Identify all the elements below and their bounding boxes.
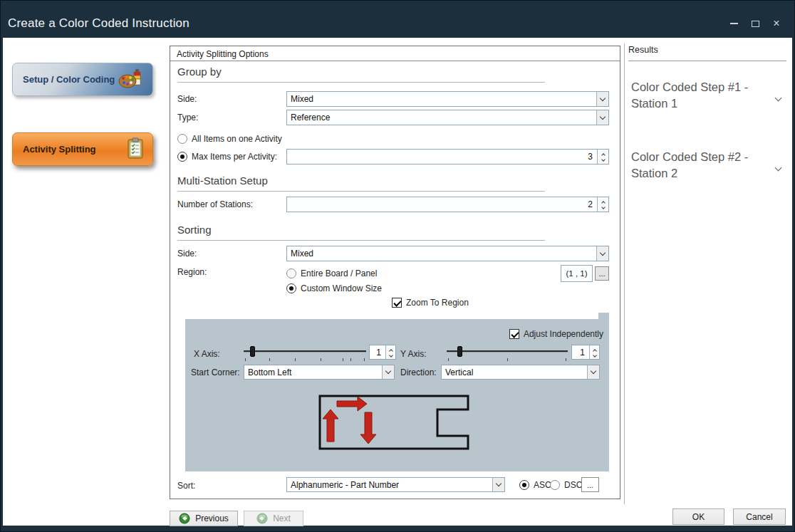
start-corner-label: Start Corner:: [191, 367, 240, 377]
result-item-label: Color Coded Step #2 - Station 2: [631, 149, 768, 182]
x-axis-input[interactable]: 1: [369, 345, 396, 360]
group-by-type-select[interactable]: Reference: [286, 110, 609, 125]
asc-radio[interactable]: ASC: [519, 479, 551, 491]
direction-value: Vertical: [442, 367, 587, 377]
y-axis-input[interactable]: 1: [571, 345, 600, 360]
sort-label: Sort:: [177, 481, 195, 491]
radio-icon: [177, 134, 187, 144]
custom-window-panel: Adjust Independently X Axis: 1: [185, 319, 609, 471]
asc-label: ASC: [534, 480, 551, 490]
slider-track: [447, 350, 568, 353]
result-item-step2[interactable]: Color Coded Step #2 - Station 2: [631, 149, 786, 182]
ok-button-label: OK: [692, 512, 705, 522]
adjust-independently-label: Adjust Independently: [524, 329, 603, 339]
custom-window-label: Custom Window Size: [301, 283, 382, 293]
chevron-down-icon[interactable]: [492, 478, 504, 491]
activity-splitting-options-groupbox: Activity Splitting Options Group by Side…: [170, 46, 620, 499]
ok-button[interactable]: OK: [672, 508, 724, 525]
sort-select[interactable]: Alphanumeric - Part Number: [286, 477, 505, 492]
chevron-down-icon[interactable]: [776, 160, 781, 173]
entire-board-label: Entire Board / Panel: [301, 268, 377, 278]
green-circle-left-arrow-icon: [179, 513, 190, 524]
cancel-button[interactable]: Cancel: [733, 508, 786, 525]
group-by-side-select[interactable]: Mixed: [286, 91, 609, 107]
up-arrow-icon: [323, 410, 338, 442]
results-divider: [628, 61, 786, 61]
sort-more-button[interactable]: ...: [581, 477, 599, 492]
window-controls: ×: [729, 16, 781, 31]
results-separator: [624, 43, 625, 504]
previous-button[interactable]: Previous: [170, 511, 238, 526]
chevron-down-icon[interactable]: [596, 246, 608, 261]
dsc-radio[interactable]: DSC: [550, 479, 582, 491]
spinner-icon[interactable]: [589, 345, 599, 359]
all-items-radio[interactable]: All Items on one Activity: [177, 132, 282, 145]
result-item-label: Color Coded Step #1 - Station 1: [631, 79, 768, 112]
groupbox-title: Activity Splitting Options: [170, 46, 620, 61]
dialog-window: Create a Color Coded Instruction × Setup…: [0, 0, 795, 532]
sidebar-item-label: Setup / Color Coding: [23, 74, 115, 85]
number-of-stations-label: Number of Stations:: [177, 199, 253, 209]
region-coordinate-value[interactable]: (1 , 1): [561, 265, 593, 282]
results-title: Results: [628, 45, 658, 55]
chevron-down-icon[interactable]: [776, 90, 781, 103]
panel-tab: [598, 313, 609, 319]
chevron-down-icon[interactable]: [596, 110, 608, 125]
group-by-side-value: Mixed: [287, 94, 596, 104]
sort-value: Alphanumeric - Part Number: [287, 480, 492, 490]
slider-track: [244, 350, 366, 353]
type-label: Type:: [177, 113, 198, 122]
region-browse-button[interactable]: ...: [595, 266, 609, 281]
board-direction-diagram: [318, 395, 469, 453]
x-axis-label: X Axis:: [194, 349, 220, 359]
sidebar-item-activity-splitting[interactable]: Activity Splitting: [12, 132, 153, 166]
next-button-label: Next: [273, 513, 291, 523]
clipboard-checklist-icon: [127, 137, 144, 161]
down-arrow-icon: [360, 412, 376, 444]
start-corner-select[interactable]: Bottom Left: [244, 365, 395, 380]
chevron-down-icon[interactable]: [382, 365, 394, 379]
x-axis-slider[interactable]: [244, 345, 366, 362]
y-axis-value: 1: [572, 345, 589, 359]
spinner-icon[interactable]: [385, 345, 395, 359]
result-item-step1[interactable]: Color Coded Step #1 - Station 1: [631, 79, 786, 112]
chevron-down-icon[interactable]: [596, 92, 608, 106]
direction-select[interactable]: Vertical: [441, 365, 600, 380]
checkbox-icon: [509, 329, 519, 339]
radio-icon: [286, 268, 296, 278]
spinner-icon[interactable]: [597, 150, 608, 164]
maximize-icon[interactable]: [750, 18, 760, 29]
y-axis-slider[interactable]: [447, 345, 568, 362]
region-label: Region:: [177, 267, 207, 277]
max-items-radio[interactable]: Max Items per Activity:: [177, 149, 277, 165]
chevron-down-icon[interactable]: [587, 365, 599, 379]
dialog-content: Setup / Color Coding: [3, 38, 792, 526]
entire-board-radio[interactable]: Entire Board / Panel: [286, 267, 377, 280]
spinner-icon[interactable]: [597, 197, 608, 212]
radio-icon: [519, 480, 529, 490]
start-corner-value: Bottom Left: [244, 367, 382, 377]
multi-station-heading: Multi-Station Setup: [177, 174, 545, 192]
sorting-side-select[interactable]: Mixed: [286, 246, 609, 261]
sidebar-item-setup-color-coding[interactable]: Setup / Color Coding: [12, 63, 153, 96]
max-items-input[interactable]: 3: [286, 149, 609, 165]
window-title: Create a Color Coded Instruction: [8, 16, 189, 31]
group-by-heading: Group by: [177, 66, 545, 83]
sidebar-item-label: Activity Splitting: [23, 144, 96, 155]
sorting-side-label: Side:: [177, 249, 197, 259]
green-circle-right-arrow-icon: [256, 513, 268, 524]
minimize-icon[interactable]: [729, 18, 739, 29]
close-icon[interactable]: ×: [771, 18, 781, 29]
slider-thumb[interactable]: [457, 346, 462, 357]
sorting-heading: Sorting: [177, 224, 545, 241]
radio-icon: [177, 152, 187, 162]
y-axis-label: Y Axis:: [400, 349, 426, 359]
radio-icon: [550, 480, 560, 490]
previous-button-label: Previous: [195, 513, 229, 523]
next-button[interactable]: Next: [244, 511, 303, 526]
zoom-to-region-checkbox[interactable]: Zoom To Region: [392, 296, 469, 309]
adjust-independently-checkbox[interactable]: Adjust Independently: [509, 328, 603, 340]
slider-thumb[interactable]: [250, 346, 255, 357]
custom-window-radio[interactable]: Custom Window Size: [286, 282, 382, 295]
number-of-stations-input[interactable]: 2: [286, 197, 609, 212]
